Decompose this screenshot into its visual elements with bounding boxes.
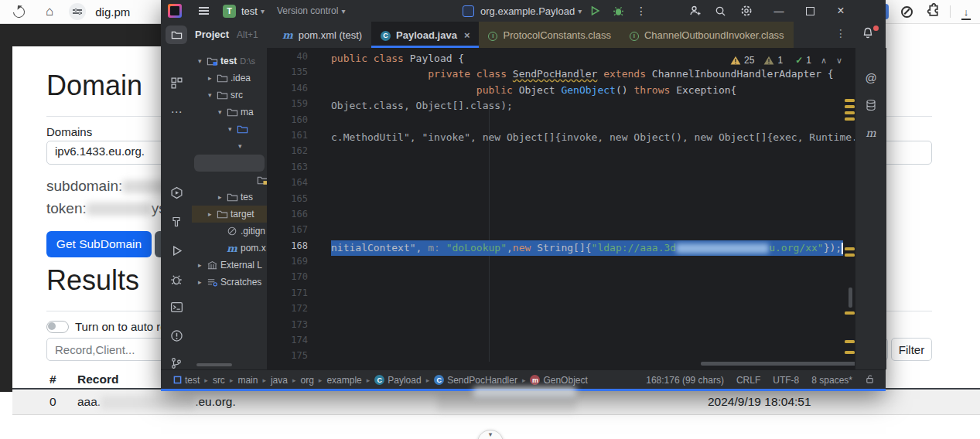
close-tab-icon[interactable]: × [464, 29, 470, 41]
code-line-173[interactable]: 173 [267, 319, 855, 335]
code-with-me-icon[interactable] [685, 0, 705, 22]
breadcrumb-java[interactable]: ▸java [258, 375, 288, 386]
code-line-168[interactable]: 168nitialContext", m: "doLookup",new Str… [267, 240, 855, 256]
tree-item-src[interactable]: ▾src [192, 87, 267, 104]
build-icon[interactable] [161, 213, 192, 231]
chevron-down-icon[interactable]: ▾ [238, 142, 247, 150]
breadcrumb-genobject[interactable]: ▸mGenObject [517, 375, 588, 386]
tree-item-idea[interactable]: ▸.idea [192, 70, 267, 87]
code-line-164[interactable]: 164 [267, 177, 855, 192]
tree-item-pomx[interactable]: mpom.x [192, 240, 267, 257]
breadcrumb-example[interactable]: ▸example [314, 375, 362, 386]
chevron-down-icon[interactable]: ▾ [228, 125, 237, 133]
code-line-162[interactable]: 162 [267, 145, 855, 161]
warning-stripe-mark[interactable] [845, 247, 855, 250]
tree-item[interactable] [192, 172, 267, 189]
ide-titlebar[interactable]: T test ▾ Version control ▾ org.example.P… [161, 0, 886, 22]
chevron-right-icon[interactable]: ▸ [208, 74, 217, 82]
code-line-163[interactable]: 163 [267, 162, 855, 177]
next-problem-icon[interactable]: ∨ [836, 56, 842, 66]
tree-item[interactable]: ▾ [192, 138, 267, 155]
prev-problem-icon[interactable]: ∧ [821, 56, 827, 66]
minimize-button[interactable]: — [769, 0, 789, 22]
problems-icon[interactable] [161, 326, 192, 345]
run-icon[interactable] [161, 241, 192, 260]
maven-tool-icon[interactable]: m [855, 124, 886, 142]
caret-position[interactable]: 168:176 (99 chars) [646, 375, 724, 386]
filter-button[interactable]: Filter [891, 338, 932, 361]
chevron-right-icon[interactable]: ▸ [198, 261, 207, 269]
tab-protocolconstants-class[interactable]: IProtocolConstants.class [479, 22, 620, 48]
code-line-171[interactable]: 171 [267, 288, 855, 303]
tree-item-test[interactable]: ▾testD:\s [192, 53, 267, 70]
warning-stripe-mark[interactable] [845, 111, 855, 114]
breadcrumb-sendpochandler[interactable]: ▸CSendPocHandler [422, 375, 517, 386]
code-line-159[interactable]: 159Object.class, Object[].class); [267, 98, 855, 114]
content-blocker-icon[interactable] [901, 6, 913, 18]
scroll-down-fab[interactable]: ▾ [477, 430, 504, 439]
tab-pom-xml-test-[interactable]: mpom.xml (test) [273, 22, 371, 48]
tree-item-Scratches[interactable]: ▸Scratches [192, 274, 267, 291]
more-icon[interactable]: ⋯ [161, 103, 192, 121]
code-line-174[interactable]: 174 [267, 335, 855, 350]
code-line-161[interactable]: 161c.MethodUtil", "invoke", new Object[]… [267, 130, 855, 145]
editor-scrollbar-thumb[interactable] [849, 288, 852, 308]
get-subdomain-button[interactable]: Get SubDomain [46, 231, 152, 257]
breadcrumb-test[interactable]: test [173, 375, 200, 386]
warning-stripe-mark[interactable] [845, 105, 855, 108]
line-ending[interactable]: CRLF [736, 375, 760, 386]
settings-gear-icon[interactable] [736, 0, 756, 22]
debug-button[interactable] [608, 0, 628, 22]
code-line-165[interactable]: 165 [267, 193, 855, 209]
code-line-167[interactable]: 167 [267, 224, 855, 240]
vcs-widget[interactable]: Version control [277, 5, 338, 16]
reload-icon[interactable] [11, 3, 27, 19]
chevron-right-icon[interactable]: ▸ [198, 278, 207, 286]
tree-item-ExternalL[interactable]: ▸External L [192, 257, 267, 274]
code-line-135[interactable]: 135 private class SendPocHandler extends… [267, 66, 855, 82]
extensions-icon[interactable] [926, 3, 941, 21]
code-line-146[interactable]: 146 public Object GenObject() throws Exc… [267, 83, 855, 98]
breadcrumb-main[interactable]: ▸main [225, 375, 258, 386]
address-url[interactable]: dig.pm [95, 5, 130, 19]
ai-assistant-icon[interactable]: @ [855, 68, 886, 87]
tree-item-tes[interactable]: ▸tes [192, 189, 267, 206]
tab-options-icon[interactable]: ⋮ [835, 27, 846, 39]
warning-stripe-mark[interactable] [845, 351, 855, 354]
code-line-172[interactable]: 172 [267, 303, 855, 318]
database-icon[interactable] [855, 96, 886, 114]
tree-item[interactable]: ▾ [192, 121, 267, 138]
run-button[interactable] [585, 0, 605, 22]
tab-payload-java[interactable]: CPayload.java× [371, 22, 479, 48]
chevron-right-icon[interactable]: ▸ [208, 210, 217, 218]
site-info-icon[interactable] [69, 3, 86, 20]
maximize-button[interactable] [800, 0, 820, 22]
warning-stripe-mark[interactable] [845, 311, 855, 315]
breadcrumb-org[interactable]: ▸org [288, 375, 314, 386]
tree-item[interactable] [194, 155, 265, 172]
auto-refresh-toggle[interactable] [46, 321, 69, 333]
chevron-down-icon[interactable]: ▾ [208, 91, 217, 99]
tree-item-target[interactable]: ▸target [192, 206, 267, 223]
more-actions-icon[interactable]: ⋮ [631, 0, 651, 22]
tree-item-gitign[interactable]: .gitign [192, 223, 267, 240]
code-line-170[interactable]: 170 [267, 271, 855, 287]
project-structure-icon[interactable] [161, 73, 192, 92]
warning-stripe-mark[interactable] [845, 254, 855, 257]
breadcrumb-payload[interactable]: ▸CPayload [362, 375, 422, 386]
main-menu-icon[interactable] [199, 5, 209, 16]
inspections-widget[interactable]: 25 1 ✓ 1 ∧ ∨ [730, 55, 842, 66]
chevron-right-icon[interactable]: ▸ [218, 193, 227, 201]
breadcrumb-src[interactable]: ▸src [200, 375, 225, 386]
tree-item-ma[interactable]: ▾ma [192, 104, 267, 121]
search-everywhere-icon[interactable] [710, 0, 730, 22]
warning-stripe-mark[interactable] [845, 340, 855, 343]
services-icon[interactable] [161, 183, 192, 202]
file-encoding[interactable]: UTF-8 [773, 375, 799, 386]
code-line-166[interactable]: 166 [267, 209, 855, 224]
download-icon[interactable]: ↓ [960, 5, 972, 19]
warning-stripe-mark[interactable] [845, 117, 855, 121]
project-name[interactable]: test [241, 5, 258, 17]
code-editor[interactable]: 40public class Payload {135 private clas… [267, 48, 855, 369]
chevron-down-icon[interactable]: ▾ [198, 57, 207, 65]
